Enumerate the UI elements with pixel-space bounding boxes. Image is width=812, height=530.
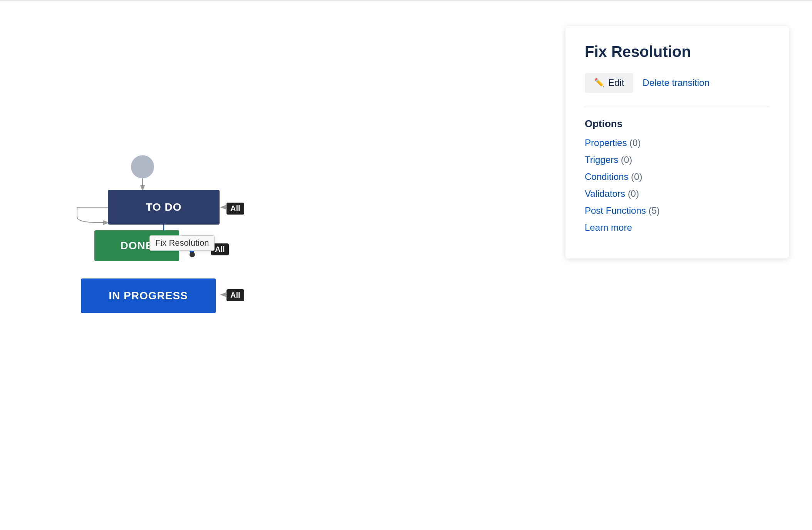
- conditions-link[interactable]: Conditions (0): [585, 171, 770, 182]
- todo-node[interactable]: TO DO: [108, 190, 220, 225]
- delete-transition-button[interactable]: Delete transition: [643, 77, 709, 88]
- main-area: TO DO All DONE Fix Resolution All IN PRO…: [0, 0, 812, 530]
- arrows-svg: [0, 1, 578, 530]
- learn-more-link[interactable]: Learn more: [585, 222, 770, 233]
- post-functions-link[interactable]: Post Functions (5): [585, 205, 770, 216]
- done-label: DONE: [121, 240, 153, 252]
- todo-label: TO DO: [146, 201, 181, 213]
- pencil-icon: ✏️: [594, 78, 604, 88]
- inprogress-node[interactable]: IN PROGRESS: [81, 278, 216, 313]
- initial-state-circle: [131, 155, 154, 178]
- edit-button[interactable]: ✏️ Edit: [585, 73, 633, 93]
- detail-panel: Fix Resolution ✏️ Edit Delete transition…: [565, 26, 789, 258]
- inprogress-all-badge: All: [226, 289, 244, 301]
- todo-all-badge: All: [226, 203, 244, 215]
- connector-dot-fix: [190, 252, 195, 257]
- options-section: Options Properties (0) Triggers (0) Cond…: [585, 107, 770, 233]
- triggers-link[interactable]: Triggers (0): [585, 154, 770, 165]
- inprogress-label: IN PROGRESS: [109, 290, 188, 302]
- properties-link[interactable]: Properties (0): [585, 138, 770, 148]
- panel-actions: ✏️ Edit Delete transition: [585, 73, 770, 93]
- options-heading: Options: [585, 118, 770, 130]
- workflow-canvas: TO DO All DONE Fix Resolution All IN PRO…: [0, 1, 578, 530]
- fix-resolution-tooltip: Fix Resolution: [149, 235, 215, 251]
- validators-link[interactable]: Validators (0): [585, 188, 770, 199]
- edit-label: Edit: [608, 77, 624, 88]
- panel-title: Fix Resolution: [585, 43, 770, 60]
